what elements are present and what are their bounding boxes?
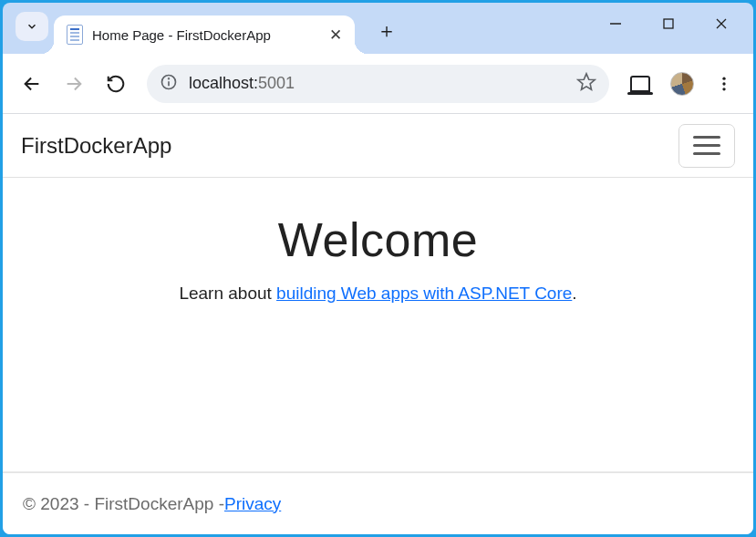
svg-point-11 — [722, 82, 725, 85]
titlebar: Home Page - FirstDockerApp ✕ ＋ — [3, 3, 753, 54]
hamburger-icon — [693, 144, 720, 147]
svg-point-8 — [169, 77, 170, 78]
svg-point-10 — [722, 77, 725, 79]
navbar-toggle-button[interactable] — [678, 124, 735, 168]
url-text: localhost:5001 — [189, 74, 565, 93]
menu-button[interactable] — [706, 66, 742, 102]
privacy-link[interactable]: Privacy — [224, 494, 281, 514]
page-title: Welcome — [3, 212, 753, 267]
browser-toolbar: localhost:5001 — [3, 54, 753, 114]
window-controls — [589, 3, 748, 45]
close-window-button[interactable] — [695, 3, 748, 45]
lead-suffix: . — [572, 284, 576, 303]
maximize-button[interactable] — [642, 3, 695, 45]
url-port: 5001 — [258, 74, 295, 92]
svg-point-12 — [722, 88, 725, 90]
page-favicon-icon — [67, 25, 83, 45]
svg-marker-9 — [578, 73, 595, 88]
browser-tab[interactable]: Home Page - FirstDockerApp ✕ — [54, 15, 355, 54]
hero-section: Welcome Learn about building Web apps wi… — [3, 178, 753, 304]
browser-window: Home Page - FirstDockerApp ✕ ＋ localhost… — [3, 3, 753, 534]
lead-text: Learn about building Web apps with ASP.N… — [3, 284, 753, 304]
svg-rect-1 — [664, 19, 673, 28]
forward-button[interactable] — [56, 66, 92, 102]
close-tab-button[interactable]: ✕ — [326, 25, 346, 45]
tab-title: Home Page - FirstDockerApp — [92, 27, 316, 43]
page-viewport: FirstDockerApp Welcome Learn about build… — [3, 114, 753, 534]
reload-button[interactable] — [98, 66, 134, 102]
side-panel-icon — [630, 76, 650, 92]
side-panel-button[interactable] — [622, 66, 658, 102]
docs-link[interactable]: building Web apps with ASP.NET Core — [276, 284, 572, 303]
footer-text: © 2023 - FirstDockerApp - — [23, 494, 224, 514]
profile-button[interactable] — [664, 66, 700, 102]
site-info-icon[interactable] — [160, 73, 178, 95]
site-footer: © 2023 - FirstDockerApp - Privacy — [3, 472, 753, 534]
avatar-icon — [670, 72, 694, 96]
back-button[interactable] — [14, 66, 50, 102]
address-bar[interactable]: localhost:5001 — [147, 65, 609, 103]
bookmark-button[interactable] — [576, 72, 596, 96]
new-tab-button[interactable]: ＋ — [371, 15, 402, 46]
lead-prefix: Learn about — [179, 284, 276, 303]
tab-search-button[interactable] — [16, 12, 48, 41]
minimize-button[interactable] — [589, 3, 642, 45]
site-navbar: FirstDockerApp — [3, 114, 753, 178]
brand-link[interactable]: FirstDockerApp — [21, 133, 171, 159]
url-host: localhost: — [189, 74, 258, 92]
